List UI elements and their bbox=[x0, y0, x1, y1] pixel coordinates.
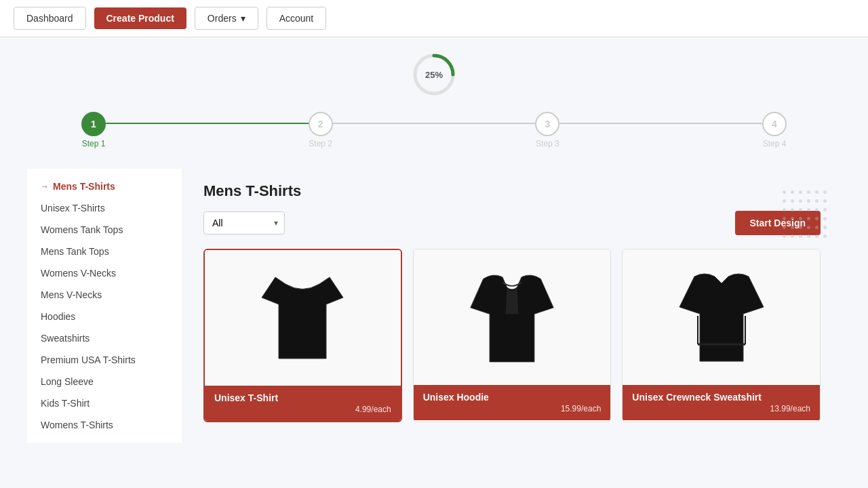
sidebar-item-3[interactable]: Mens Tank Tops bbox=[27, 241, 182, 262]
step-line-3 bbox=[559, 123, 762, 124]
step-1: 1 Step 1 bbox=[81, 112, 106, 148]
step-1-label: Step 1 bbox=[82, 139, 106, 148]
sidebar-item-1[interactable]: Unisex T-Shirts bbox=[27, 197, 182, 219]
step-3-label: Step 3 bbox=[536, 139, 559, 148]
orders-button[interactable]: Orders ▾ bbox=[195, 7, 258, 30]
sidebar-item-label: Hoodies bbox=[41, 311, 75, 322]
sweatshirt-icon bbox=[674, 263, 769, 371]
filter-row: AllBlackWhiteColor ▾ Start Design bbox=[203, 211, 821, 235]
product-name: Unisex Crewneck Sweatshirt bbox=[632, 392, 810, 403]
hoodie-icon bbox=[465, 263, 559, 371]
dot bbox=[823, 226, 827, 229]
product-price: 4.99/each bbox=[214, 405, 391, 414]
product-image bbox=[205, 250, 401, 386]
sidebar-item-0[interactable]: →Mens T-Shirts bbox=[27, 176, 182, 197]
step-4: 4 Step 4 bbox=[762, 112, 787, 148]
sidebar-item-2[interactable]: Womens Tank Tops bbox=[27, 219, 182, 241]
tshirt-icon bbox=[255, 264, 350, 372]
sidebar-item-label: Womens T-Shirts bbox=[41, 420, 113, 430]
sidebar-item-label: Kids T-Shirt bbox=[41, 398, 90, 409]
product-info: Unisex T-Shirt4.99/each bbox=[205, 386, 401, 421]
step-line-2 bbox=[333, 123, 536, 124]
product-card[interactable]: Unisex T-Shirt4.99/each bbox=[203, 249, 402, 422]
steps-section: 1 Step 1 2 Step 2 3 Step 3 4 Step 4 bbox=[27, 112, 841, 148]
dot bbox=[823, 235, 827, 238]
product-price: 15.99/each bbox=[423, 404, 601, 413]
step-2: 2 Step 2 bbox=[309, 112, 333, 148]
product-name: Unisex Hoodie bbox=[423, 392, 601, 403]
sidebar: →Mens T-ShirtsUnisex T-ShirtsWomens Tank… bbox=[27, 169, 183, 443]
account-button[interactable]: Account bbox=[267, 7, 327, 30]
product-name: Unisex T-Shirt bbox=[214, 392, 391, 403]
sidebar-item-4[interactable]: Womens V-Necks bbox=[27, 262, 182, 284]
content-title: Mens T-Shirts bbox=[203, 182, 821, 200]
sidebar-item-10[interactable]: Kids T-Shirt bbox=[27, 392, 182, 414]
sidebar-item-11[interactable]: Womens T-Shirts bbox=[27, 414, 182, 436]
header: Dashboard Create Product Orders ▾ Accoun… bbox=[0, 0, 868, 37]
main-content: 25% 1 Step 1 2 Step 2 3 Step 3 4 bbox=[0, 37, 868, 456]
step-4-circle: 4 bbox=[762, 112, 787, 136]
sidebar-item-label: Unisex T-Shirts bbox=[41, 203, 105, 214]
product-card[interactable]: Unisex Crewneck Sweatshirt13.99/each bbox=[622, 249, 821, 422]
product-image bbox=[414, 249, 611, 385]
step-3: 3 Step 3 bbox=[535, 112, 559, 148]
product-grid: Unisex T-Shirt4.99/each Unisex Hoodie15.… bbox=[203, 249, 821, 422]
sidebar-item-label: Sweatshirts bbox=[41, 333, 90, 344]
sidebar-item-label: Womens Tank Tops bbox=[41, 224, 123, 235]
progress-circle: 25% bbox=[410, 51, 458, 98]
sidebar-item-9[interactable]: Long Sleeve bbox=[27, 371, 182, 392]
sidebar-arrow-icon: → bbox=[41, 182, 49, 191]
product-info: Unisex Crewneck Sweatshirt13.99/each bbox=[623, 385, 820, 420]
dot bbox=[823, 217, 827, 220]
sidebar-item-label: Long Sleeve bbox=[41, 376, 94, 387]
progress-section: 25% bbox=[27, 51, 841, 98]
step-4-label: Step 4 bbox=[763, 139, 787, 148]
step-2-label: Step 2 bbox=[309, 139, 332, 148]
start-design-button[interactable]: Start Design bbox=[735, 211, 821, 235]
product-card[interactable]: Unisex Hoodie15.99/each bbox=[413, 249, 612, 422]
sidebar-item-label: Premium USA T-Shirts bbox=[41, 354, 136, 365]
progress-percent-label: 25% bbox=[425, 70, 443, 80]
filter-select-wrap: AllBlackWhiteColor ▾ bbox=[203, 211, 285, 235]
dot bbox=[823, 208, 827, 211]
sidebar-item-label: Mens V-Necks bbox=[41, 289, 102, 300]
product-info: Unisex Hoodie15.99/each bbox=[414, 385, 611, 420]
sidebar-item-6[interactable]: Hoodies bbox=[27, 306, 182, 327]
sidebar-item-7[interactable]: Sweatshirts bbox=[27, 327, 182, 349]
step-line-1 bbox=[106, 123, 309, 124]
step-2-circle: 2 bbox=[309, 112, 333, 136]
orders-dropdown-icon: ▾ bbox=[241, 13, 245, 24]
sidebar-item-8[interactable]: Premium USA T-Shirts bbox=[27, 349, 182, 371]
product-image bbox=[623, 249, 820, 385]
filter-select[interactable]: AllBlackWhiteColor bbox=[203, 211, 285, 235]
content-area: Mens T-Shirts AllBlackWhiteColor ▾ Start… bbox=[183, 169, 841, 443]
sidebar-item-label: Womens V-Necks bbox=[41, 268, 116, 279]
orders-label: Orders bbox=[208, 13, 237, 24]
sidebar-item-5[interactable]: Mens V-Necks bbox=[27, 284, 182, 306]
create-product-button[interactable]: Create Product bbox=[94, 7, 186, 29]
body-layout: →Mens T-ShirtsUnisex T-ShirtsWomens Tank… bbox=[27, 169, 841, 443]
product-price: 13.99/each bbox=[632, 404, 810, 413]
dot bbox=[823, 190, 827, 194]
dashboard-button[interactable]: Dashboard bbox=[14, 7, 86, 30]
sidebar-item-label: Mens Tank Tops bbox=[41, 246, 109, 257]
sidebar-item-label: Mens T-Shirts bbox=[53, 181, 115, 192]
step-1-circle: 1 bbox=[81, 112, 106, 136]
step-3-circle: 3 bbox=[535, 112, 559, 136]
dot bbox=[823, 199, 827, 203]
